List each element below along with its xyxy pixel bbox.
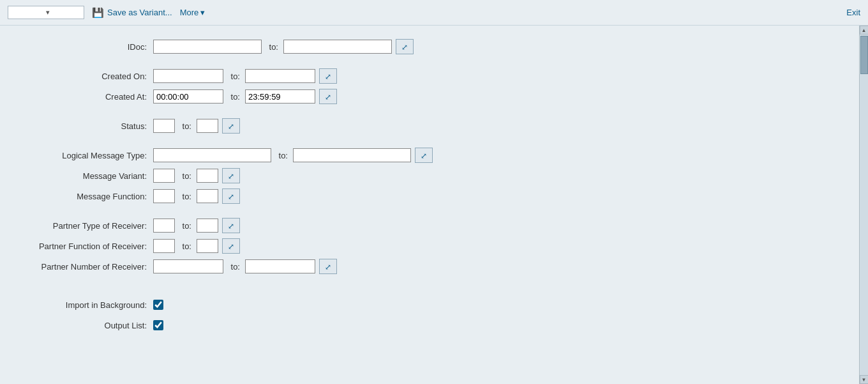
range-icon	[228, 242, 234, 251]
partner-number-to-input[interactable]	[245, 259, 315, 273]
output-list-checkbox[interactable]	[153, 320, 163, 330]
partner-number-from-input[interactable]	[153, 259, 223, 273]
output-list-row: Output List:	[13, 317, 834, 334]
partner-number-range-button[interactable]	[319, 259, 337, 274]
page-wrapper: IDoc: to: Created On: to: Created At: to…	[0, 26, 868, 384]
partner-function-label: Partner Function of Receiver:	[13, 242, 153, 251]
message-function-row: Message Function: to:	[13, 188, 834, 204]
status-range-button[interactable]	[222, 118, 240, 134]
status-from-input[interactable]	[153, 119, 175, 133]
partner-function-to-label: to:	[180, 242, 191, 251]
save-icon: 💾	[92, 7, 104, 19]
more-button[interactable]: More ▾	[180, 8, 206, 17]
message-variant-range-button[interactable]	[222, 168, 240, 183]
message-function-range-button[interactable]	[222, 188, 240, 204]
range-icon	[325, 262, 331, 272]
range-icon	[325, 92, 331, 102]
partner-type-range-button[interactable]	[222, 218, 240, 233]
status-row: Status: to:	[13, 118, 834, 134]
created-on-row: Created On: to:	[13, 68, 834, 84]
partner-type-to-input[interactable]	[197, 219, 218, 233]
created-at-to-input[interactable]	[245, 89, 315, 104]
logical-msg-type-to-input[interactable]	[293, 148, 411, 162]
scroll-thumb[interactable]	[860, 36, 868, 74]
partner-type-row: Partner Type of Receiver: to:	[13, 217, 834, 234]
import-bg-checkbox[interactable]	[153, 300, 163, 310]
message-function-from-input[interactable]	[153, 189, 175, 203]
message-variant-from-input[interactable]	[153, 169, 175, 183]
logical-msg-type-row: Logical Message Type: to:	[13, 147, 834, 164]
created-on-to-label: to:	[228, 72, 240, 81]
range-icon	[228, 121, 234, 131]
scroll-up-button[interactable]: ▲	[860, 26, 869, 35]
message-variant-to-input[interactable]	[197, 169, 218, 183]
partner-type-to-label: to:	[180, 221, 191, 231]
created-at-row: Created At: to:	[13, 88, 834, 105]
save-as-variant-button[interactable]: 💾 Save as Variant...	[92, 7, 172, 19]
scroll-down-button[interactable]: ▼	[860, 375, 869, 384]
toolbar: ▾ 💾 Save as Variant... More ▾ Exit	[0, 0, 868, 26]
logical-msg-type-label: Logical Message Type:	[13, 151, 153, 160]
created-at-to-label: to:	[228, 92, 240, 102]
range-icon	[421, 151, 427, 160]
message-variant-label: Message Variant:	[13, 171, 153, 181]
range-icon	[228, 192, 234, 201]
more-chevron-icon: ▾	[200, 8, 205, 17]
main-content: IDoc: to: Created On: to: Created At: to…	[0, 26, 859, 384]
logical-msg-type-range-button[interactable]	[415, 148, 433, 163]
created-on-label: Created On:	[13, 72, 153, 81]
idoc-to-input[interactable]	[283, 40, 392, 54]
partner-type-label: Partner Type of Receiver:	[13, 221, 153, 231]
import-bg-row: Import in Background:	[13, 296, 834, 313]
created-at-label: Created At:	[13, 92, 153, 102]
range-icon	[228, 221, 234, 231]
variant-dropdown[interactable]: ▾	[8, 6, 84, 19]
status-to-label: to:	[180, 121, 191, 131]
exit-label: Exit	[846, 8, 860, 17]
created-at-range-button[interactable]	[319, 89, 337, 104]
chevron-down-icon: ▾	[46, 8, 79, 17]
partner-number-to-label: to:	[228, 262, 240, 272]
exit-button[interactable]: Exit	[846, 8, 860, 17]
idoc-range-button[interactable]	[396, 39, 414, 54]
partner-function-range-button[interactable]	[222, 238, 240, 254]
logical-msg-type-to-label: to:	[276, 151, 288, 160]
created-on-to-input[interactable]	[245, 69, 315, 83]
scrollbar: ▲ ▼	[859, 26, 868, 384]
range-icon	[325, 72, 331, 81]
partner-function-from-input[interactable]	[153, 239, 175, 253]
logical-msg-type-from-input[interactable]	[153, 148, 271, 162]
created-on-from-input[interactable]	[153, 69, 223, 83]
range-icon	[228, 171, 234, 181]
created-at-from-input[interactable]	[153, 89, 223, 104]
created-on-range-button[interactable]	[319, 68, 337, 84]
message-function-label: Message Function:	[13, 192, 153, 201]
idoc-row: IDoc: to:	[13, 38, 834, 55]
status-to-input[interactable]	[197, 119, 218, 133]
message-function-to-label: to:	[180, 192, 191, 201]
idoc-to-label: to:	[267, 42, 278, 52]
import-bg-label: Import in Background:	[13, 300, 153, 310]
output-list-label: Output List:	[13, 321, 153, 330]
message-function-to-input[interactable]	[197, 189, 218, 203]
message-variant-to-label: to:	[180, 171, 191, 181]
partner-function-row: Partner Function of Receiver: to:	[13, 238, 834, 254]
status-label: Status:	[13, 121, 153, 131]
partner-function-to-input[interactable]	[197, 239, 218, 253]
partner-number-label: Partner Number of Receiver:	[13, 262, 153, 272]
partner-type-from-input[interactable]	[153, 219, 175, 233]
range-icon	[401, 42, 408, 52]
message-variant-row: Message Variant: to:	[13, 167, 834, 184]
partner-number-row: Partner Number of Receiver: to:	[13, 258, 834, 275]
idoc-from-input[interactable]	[153, 40, 262, 54]
save-as-variant-label: Save as Variant...	[107, 8, 172, 17]
more-label: More	[180, 8, 199, 17]
idoc-label: IDoc:	[13, 42, 153, 52]
